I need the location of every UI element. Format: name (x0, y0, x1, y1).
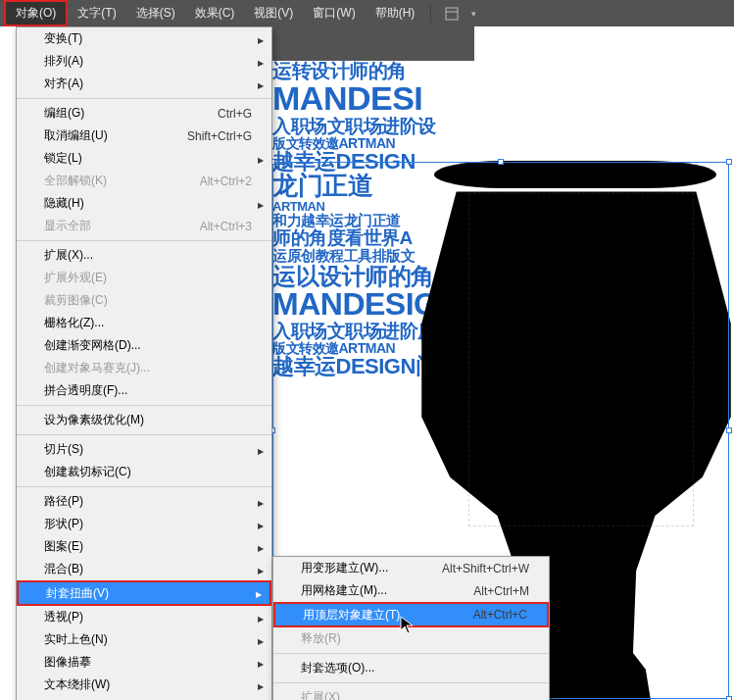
menu-help[interactable]: 帮助(H) (366, 0, 425, 26)
menu-item-label: 锁定(L) (44, 150, 82, 167)
submenu-arrow-icon (258, 633, 264, 647)
submenu-arrow-icon (258, 152, 264, 166)
sel-handle-e[interactable] (726, 427, 732, 433)
menu-window[interactable]: 窗口(W) (303, 0, 365, 26)
menu-item-label: 切片(S) (44, 441, 83, 458)
submenu-arrow-icon (258, 197, 264, 211)
object-menu-item-14[interactable]: 栅格化(Z)... (17, 312, 271, 334)
object-menu-item-12: 扩展外观(E) (17, 267, 271, 289)
object-menu-item-9: 显示全部Alt+Ctrl+3 (17, 215, 271, 237)
object-menu-item-1[interactable]: 排列(A) (17, 50, 271, 73)
envelope-submenu-item-1[interactable]: 用网格建立(M)...Alt+Ctrl+M (273, 579, 549, 602)
object-menu-item-25[interactable]: 形状(P) (17, 513, 271, 535)
workspace-icon[interactable] (443, 5, 461, 23)
vase-guide (468, 193, 694, 526)
panel-dark (272, 26, 474, 61)
object-menu-item-16: 创建对象马赛克(J)... (17, 357, 271, 379)
menu-item-label: 实时上色(N) (44, 631, 108, 648)
menu-view[interactable]: 视图(V) (244, 0, 303, 26)
menu-item-shortcut: Shift+Ctrl+G (187, 129, 252, 143)
menu-item-label: 全部解锁(K) (44, 173, 107, 189)
object-menu-item-8[interactable]: 隐藏(H) (17, 192, 271, 215)
submenu-arrow-icon (258, 678, 264, 692)
object-menu-item-19[interactable]: 设为像素级优化(M) (17, 409, 271, 431)
object-menu-item-26[interactable]: 图案(E) (17, 535, 271, 558)
object-menu-item-17[interactable]: 拼合透明度(F)... (17, 379, 271, 402)
menu-effect[interactable]: 效果(C) (185, 0, 245, 26)
object-menu-item-15[interactable]: 创建渐变网格(D)... (17, 334, 271, 357)
menu-item-label: 栅格化(Z)... (44, 315, 104, 331)
envelope-submenu-separator (273, 653, 549, 654)
object-menu-item-2[interactable]: 对齐(A) (17, 73, 271, 95)
menu-item-shortcut: Alt+Ctrl+C (473, 608, 527, 622)
menu-item-label: 拼合透明度(F)... (44, 382, 127, 399)
svg-rect-0 (446, 8, 458, 20)
menu-item-label: 混合(B) (44, 561, 83, 577)
submenu-arrow-icon (258, 443, 264, 457)
object-menu[interactable]: 变换(T)排列(A)对齐(A)编组(G)Ctrl+G取消编组(U)Shift+C… (16, 26, 272, 700)
object-menu-item-11[interactable]: 扩展(X)... (17, 244, 271, 267)
object-menu-item-5[interactable]: 取消编组(U)Shift+Ctrl+G (17, 125, 271, 147)
submenu-arrow-icon (258, 495, 264, 509)
object-menu-item-7: 全部解锁(K)Alt+Ctrl+2 (17, 170, 271, 192)
menu-object[interactable]: 对象(O) (4, 0, 68, 26)
submenu-arrow-icon (258, 77, 264, 91)
object-menu-item-22[interactable]: 创建裁切标记(C) (17, 461, 271, 483)
menu-item-label: 扩展(X) (301, 689, 340, 700)
object-menu-item-33[interactable]: Line 和 Sketch 图稿 (17, 696, 271, 700)
arrange-icon[interactable]: ▾ (465, 5, 482, 23)
sel-handle-ne[interactable] (726, 159, 732, 165)
submenu-arrow-icon (258, 518, 264, 531)
menu-item-label: 变换(T) (44, 30, 82, 47)
object-menu-item-13: 裁剪图像(C) (17, 289, 271, 312)
envelope-submenu-separator (273, 682, 549, 683)
object-menu-item-24[interactable]: 路径(P) (17, 490, 271, 513)
menu-item-label: 扩展外观(E) (44, 270, 107, 286)
menu-item-label: 图案(E) (44, 538, 83, 555)
menu-item-label: 释放(R) (301, 630, 341, 647)
object-menu-item-30[interactable]: 实时上色(N) (17, 628, 271, 651)
object-menu-separator (17, 405, 271, 406)
submenu-arrow-icon (258, 563, 264, 576)
mouse-cursor-icon (400, 616, 416, 639)
object-menu-item-28[interactable]: 封套扭曲(V) (17, 580, 271, 606)
menu-item-label: 用网格建立(M)... (301, 582, 387, 599)
workspace-icons: ▾ (443, 5, 482, 23)
menu-item-label: 取消编组(U) (44, 127, 108, 144)
object-menu-item-31[interactable]: 图像描摹 (17, 651, 271, 674)
menu-item-label: 图像描摹 (44, 654, 91, 671)
object-menu-item-21[interactable]: 切片(S) (17, 438, 271, 461)
object-menu-item-27[interactable]: 混合(B) (17, 558, 271, 580)
submenu-arrow-icon (258, 55, 264, 69)
menu-item-label: 创建裁切标记(C) (44, 464, 131, 480)
menu-item-shortcut: Alt+Shift+Ctrl+W (442, 562, 529, 575)
sel-handle-n[interactable] (498, 159, 504, 165)
submenu-arrow-icon (256, 586, 262, 600)
menu-item-label: 封套扭曲(V) (46, 585, 109, 602)
menu-item-label: 创建渐变网格(D)... (44, 337, 141, 354)
menu-item-label: 路径(P) (44, 493, 83, 510)
envelope-submenu-item-7: 扩展(X) (273, 686, 549, 700)
menu-item-shortcut: Alt+Ctrl+2 (200, 175, 252, 188)
envelope-submenu-item-5[interactable]: 封套选项(O)... (273, 657, 549, 679)
menu-select[interactable]: 选择(S) (126, 0, 185, 26)
menu-type[interactable]: 文字(T) (68, 0, 125, 26)
menu-item-label: 透视(P) (44, 609, 83, 625)
menu-item-label: 用变形建立(W)... (301, 560, 388, 576)
submenu-arrow-icon (258, 611, 264, 625)
object-menu-item-4[interactable]: 编组(G)Ctrl+G (17, 102, 271, 125)
menu-item-shortcut: Ctrl+G (218, 107, 252, 121)
menu-item-label: 对齐(A) (44, 75, 83, 92)
menu-item-shortcut: Alt+Ctrl+3 (200, 220, 252, 233)
object-menu-item-0[interactable]: 变换(T) (17, 27, 271, 50)
object-menu-item-32[interactable]: 文本绕排(W) (17, 674, 271, 696)
menu-item-label: 隐藏(H) (44, 195, 84, 212)
submenu-arrow-icon (258, 540, 264, 554)
menu-item-label: 显示全部 (44, 218, 91, 234)
object-menu-item-6[interactable]: 锁定(L) (17, 147, 271, 170)
sel-handle-se[interactable] (726, 696, 732, 700)
envelope-submenu-item-0[interactable]: 用变形建立(W)...Alt+Shift+Ctrl+W (273, 557, 549, 579)
object-menu-separator (17, 240, 271, 241)
menu-item-label: 用顶层对象建立(T) (303, 607, 400, 624)
object-menu-item-29[interactable]: 透视(P) (17, 606, 271, 628)
